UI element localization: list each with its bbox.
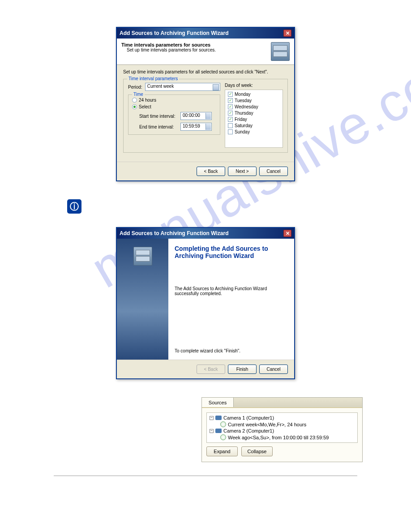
time-fieldset: Time 24 hours Select Start time interval… xyxy=(128,94,220,135)
time-legend: Time xyxy=(132,92,145,97)
expand-button[interactable]: Expand xyxy=(206,446,238,456)
day-sunday[interactable]: Sunday xyxy=(228,129,280,134)
radio-icon xyxy=(132,98,137,103)
period-select[interactable]: Current week xyxy=(145,83,220,91)
radio-24hours[interactable]: 24 hours xyxy=(132,98,216,103)
sources-tree: − Camera 1 (Computer1) Current week<Mo,W… xyxy=(206,412,358,443)
wizard-dialog-completion: Add Sources to Archiving Function Wizard… xyxy=(116,227,295,379)
days-label: Days of week: xyxy=(225,83,283,88)
tree-item-label: Camera 2 (Computer1) xyxy=(223,428,274,433)
checkbox-icon xyxy=(228,111,233,116)
completion-heading: Completing the Add Sources to Archiving … xyxy=(175,245,288,259)
collapse-icon[interactable]: − xyxy=(210,416,214,420)
header-title: Time intervals parameters for sources xyxy=(121,42,216,47)
end-time-label: End time interval: xyxy=(139,124,178,129)
info-icon-block: ⓘ xyxy=(67,199,411,214)
day-label: Wednesday xyxy=(235,104,258,109)
day-label: Thursday xyxy=(235,111,253,116)
close-icon[interactable]: ✕ xyxy=(283,30,291,37)
radio-select-label: Select xyxy=(139,104,151,109)
info-icon: ⓘ xyxy=(67,199,81,214)
instruction-text: Set up time intervals parameters for all… xyxy=(123,69,288,74)
day-label: Friday xyxy=(235,117,247,122)
time-interval-fieldset: Time interval parameters Period: Current… xyxy=(123,79,288,153)
day-friday[interactable]: Friday xyxy=(228,117,280,122)
sources-panel: Sources − Camera 1 (Computer1) Current w… xyxy=(201,397,363,462)
day-label: Sunday xyxy=(235,129,250,134)
tab-sources[interactable]: Sources xyxy=(201,397,234,407)
collapse-button[interactable]: Collapse xyxy=(241,446,273,456)
next-button[interactable]: Next > xyxy=(228,167,257,176)
checkbox-icon xyxy=(228,117,233,122)
completion-right-panel: Completing the Add Sources to Archiving … xyxy=(168,239,294,360)
checkbox-icon xyxy=(228,123,233,128)
completion-body: Completing the Add Sources to Archiving … xyxy=(117,239,294,360)
close-icon[interactable]: ✕ xyxy=(283,230,291,237)
header-subtitle: Set up time intervals parameters for sou… xyxy=(127,47,216,52)
radio-icon xyxy=(132,104,137,109)
day-wednesday[interactable]: Wednesday xyxy=(228,104,280,109)
cancel-button[interactable]: Cancel xyxy=(259,167,288,176)
end-time-input[interactable]: 10:59:59 xyxy=(180,123,212,131)
day-thursday[interactable]: Thursday xyxy=(228,111,280,116)
radio-24h-label: 24 hours xyxy=(139,98,156,103)
day-label: Saturday xyxy=(235,123,253,128)
start-time-label: Start time interval: xyxy=(139,114,178,119)
checkbox-icon xyxy=(228,104,233,109)
finish-button[interactable]: Finish xyxy=(228,365,257,374)
tree-item-detail[interactable]: Week ago<Sa,Su>, from 10:00:00 till 23:5… xyxy=(220,434,355,441)
fieldset-legend: Time interval parameters xyxy=(127,76,179,81)
clock-icon xyxy=(220,434,226,440)
radio-select[interactable]: Select xyxy=(132,104,216,109)
titlebar: Add Sources to Archiving Function Wizard… xyxy=(117,28,294,39)
period-label: Period: xyxy=(128,85,142,90)
button-row: < Back Next > Cancel xyxy=(117,162,294,180)
tree-item-detail[interactable]: Current week<Mo,We,Fr>, 24 hours xyxy=(220,421,355,428)
start-time-input[interactable]: 00:00:00 xyxy=(180,112,212,120)
day-monday[interactable]: Monday xyxy=(228,92,280,97)
cabinet-icon xyxy=(271,42,290,61)
wizard-dialog-params: Add Sources to Archiving Function Wizard… xyxy=(116,27,295,181)
sources-tabbar: Sources xyxy=(202,398,362,408)
checkbox-icon xyxy=(228,129,233,134)
day-label: Tuesday xyxy=(235,98,252,103)
completion-finish-text: To complete wizard click "Finish". xyxy=(175,348,288,353)
camera-icon xyxy=(215,429,222,433)
checkbox-icon xyxy=(228,92,233,97)
dialog-body: Set up time intervals parameters for all… xyxy=(117,65,294,162)
tree-detail-label: Week ago<Sa,Su>, from 10:00:00 till 23:5… xyxy=(228,435,329,440)
days-listbox: Monday Tuesday Wednesday Thursday Friday… xyxy=(225,90,283,148)
tree-item-camera[interactable]: − Camera 2 (Computer1) xyxy=(210,428,355,434)
page-divider xyxy=(54,476,357,476)
sources-body: − Camera 1 (Computer1) Current week<Mo,W… xyxy=(202,408,362,462)
day-tuesday[interactable]: Tuesday xyxy=(228,98,280,103)
tree-detail-label: Current week<Mo,We,Fr>, 24 hours xyxy=(228,422,306,427)
completion-left-panel xyxy=(117,239,168,360)
collapse-icon[interactable]: − xyxy=(210,429,214,433)
tree-item-camera[interactable]: − Camera 1 (Computer1) xyxy=(210,415,355,421)
day-saturday[interactable]: Saturday xyxy=(228,123,280,128)
titlebar: Add Sources to Archiving Function Wizard… xyxy=(117,228,294,239)
completion-body-text: The Add Sources to Archiving Function Wi… xyxy=(175,286,288,296)
dialog-title: Add Sources to Archiving Function Wizard xyxy=(120,30,228,36)
cabinet-icon xyxy=(133,247,152,266)
back-button[interactable]: < Back xyxy=(197,167,225,176)
day-label: Monday xyxy=(235,92,251,97)
sources-button-row: Expand Collapse xyxy=(206,446,358,460)
cancel-button[interactable]: Cancel xyxy=(259,365,288,374)
checkbox-icon xyxy=(228,98,233,103)
tree-item-label: Camera 1 (Computer1) xyxy=(223,415,274,420)
header-text: Time intervals parameters for sources Se… xyxy=(121,42,216,61)
button-row: < Back Finish Cancel xyxy=(117,360,294,378)
camera-icon xyxy=(215,416,222,420)
header-area: Time intervals parameters for sources Se… xyxy=(117,39,294,65)
clock-icon xyxy=(220,421,226,427)
back-button: < Back xyxy=(197,365,225,374)
dialog-title: Add Sources to Archiving Function Wizard xyxy=(120,230,228,236)
